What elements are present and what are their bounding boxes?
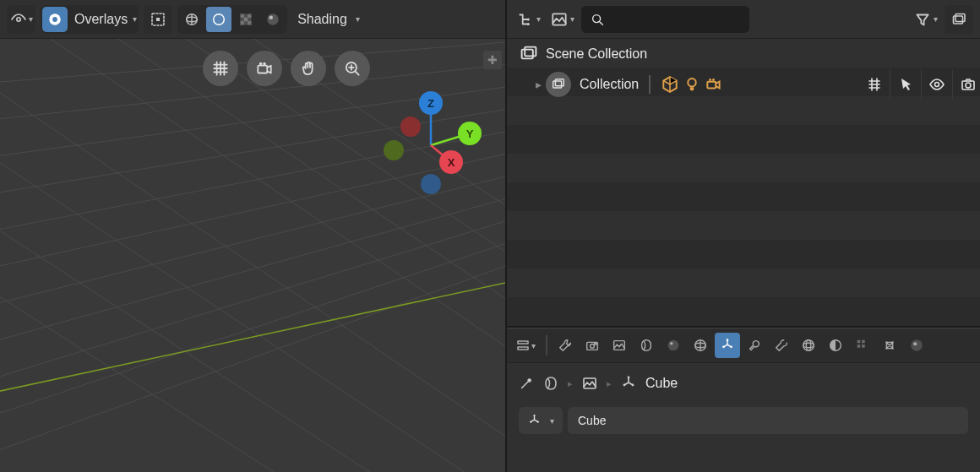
svg-point-76 — [803, 343, 814, 347]
svg-rect-31 — [258, 66, 267, 73]
bread-pin-icon[interactable] — [519, 376, 534, 391]
disclosure-triangle[interactable]: ▸ — [532, 78, 544, 91]
collection-toggles — [866, 69, 977, 100]
shading-rendered[interactable] — [260, 7, 286, 32]
svg-point-73 — [722, 345, 725, 348]
svg-rect-55 — [708, 82, 716, 89]
svg-rect-61 — [518, 341, 528, 344]
svg-point-54 — [689, 79, 696, 86]
tab-physics[interactable] — [796, 333, 821, 358]
svg-point-64 — [591, 345, 595, 349]
outliner-search[interactable] — [581, 6, 749, 33]
outliner-tree[interactable]: Scene Collection ▸ Collection — [507, 39, 980, 326]
svg-rect-53 — [555, 79, 564, 86]
svg-rect-48 — [954, 16, 963, 24]
tab-particles[interactable] — [769, 333, 794, 358]
viewport-expand-button[interactable]: ✚ — [483, 51, 502, 69]
outliner-editor-type[interactable]: ▾ — [514, 5, 542, 34]
outliner-row-scene-collection[interactable]: Scene Collection — [507, 39, 980, 69]
properties-breadcrumb: ▸ ▸ Cube — [507, 363, 980, 404]
outliner-new-collection[interactable] — [945, 5, 973, 34]
svg-point-11 — [270, 15, 274, 19]
collection-icon — [546, 72, 571, 97]
shading-material[interactable] — [233, 7, 259, 32]
snap-toggle[interactable] — [144, 5, 172, 34]
svg-text:X: X — [448, 156, 455, 169]
outliner-row-collection[interactable]: ▸ Collection — [507, 69, 980, 100]
outliner-header: ▾ ▾ ▾ — [507, 0, 980, 39]
svg-point-44 — [526, 18, 529, 20]
svg-rect-49 — [956, 14, 965, 21]
tab-object[interactable] — [715, 333, 740, 358]
tab-material[interactable] — [877, 333, 902, 358]
svg-point-60 — [966, 83, 971, 88]
viewport-panel: ▾ Overlays ▾ Shading ▾ — [0, 0, 507, 472]
svg-rect-4 — [156, 18, 160, 21]
selectable-toggle[interactable] — [897, 76, 914, 93]
breadcrumb-object-label: Cube — [645, 376, 678, 391]
separator — [649, 75, 651, 94]
outliner-display-mode[interactable]: ▾ — [547, 5, 576, 34]
svg-line-12 — [0, 250, 505, 465]
tab-scene[interactable] — [661, 333, 686, 358]
bread-viewlayer-icon[interactable] — [581, 375, 598, 392]
disable-render-toggle[interactable] — [960, 76, 977, 93]
gizmo-neg-z — [421, 174, 441, 194]
mesh-child-icon[interactable] — [661, 75, 679, 94]
svg-point-92 — [623, 384, 626, 387]
breadcrumb-sep-1: ▸ — [568, 378, 573, 389]
visibility-dropdown[interactable]: ▾ — [7, 5, 35, 34]
hide-viewport-toggle[interactable] — [928, 76, 945, 93]
tab-world[interactable] — [688, 333, 713, 358]
shading-chevron-icon[interactable]: ▾ — [356, 14, 360, 24]
outliner-filter[interactable]: ▾ — [911, 5, 939, 34]
camera-child-icon[interactable] — [705, 75, 723, 94]
overlays-chevron-icon[interactable]: ▾ — [133, 14, 137, 24]
editor-type-tab[interactable]: ▾ — [512, 333, 537, 358]
gizmo-z: Z — [419, 91, 443, 115]
tab-constraints[interactable] — [823, 333, 848, 358]
svg-point-68 — [670, 342, 673, 345]
light-child-icon[interactable] — [683, 75, 701, 94]
tab-output[interactable] — [607, 333, 632, 358]
bread-object-icon — [620, 375, 637, 392]
svg-point-67 — [668, 340, 679, 351]
toggle-quadview-button[interactable] — [203, 51, 238, 86]
viewport-3d[interactable]: ✚ Z Y X — [0, 39, 505, 472]
object-name-row: ▾ Cube — [507, 404, 980, 437]
svg-point-86 — [911, 339, 923, 351]
bread-scene-icon[interactable] — [542, 375, 559, 392]
tab-texture[interactable] — [904, 333, 929, 358]
tab-viewlayer[interactable] — [634, 333, 659, 358]
exclude-toggle[interactable] — [866, 76, 883, 93]
shading-wireframe[interactable] — [179, 7, 204, 32]
properties-tabs: ▾ — [507, 328, 980, 363]
svg-point-57 — [712, 79, 715, 81]
svg-line-13 — [0, 229, 505, 427]
svg-text:Z: Z — [427, 97, 434, 110]
shading-solid[interactable] — [206, 7, 231, 32]
orientation-gizmo[interactable]: Z Y X — [372, 86, 490, 204]
overlays-label: Overlays — [69, 12, 129, 27]
zoom-view-button[interactable] — [335, 51, 370, 86]
svg-point-71 — [727, 339, 729, 341]
breadcrumb-sep-2: ▸ — [607, 378, 612, 389]
svg-point-94 — [537, 421, 539, 423]
tab-modifiers[interactable] — [742, 333, 767, 358]
pan-view-button[interactable] — [291, 51, 326, 86]
svg-point-91 — [632, 384, 634, 387]
properties-panel: ▾ ▸ ▸ Cube — [507, 328, 980, 472]
shading-mode-group — [177, 5, 287, 34]
overlays-toggle[interactable] — [42, 7, 68, 32]
object-datablock-button[interactable]: ▾ — [519, 407, 563, 434]
svg-point-72 — [730, 345, 732, 348]
gizmo-x: X — [439, 150, 463, 174]
tab-data[interactable] — [850, 333, 875, 358]
object-name-input[interactable]: Cube — [568, 407, 968, 434]
tab-tool[interactable] — [553, 333, 578, 358]
tab-render[interactable] — [580, 333, 605, 358]
svg-rect-62 — [518, 347, 528, 350]
camera-view-button[interactable] — [247, 51, 282, 86]
viewport-header: ▾ Overlays ▾ Shading ▾ — [0, 0, 505, 39]
svg-point-56 — [709, 79, 711, 81]
